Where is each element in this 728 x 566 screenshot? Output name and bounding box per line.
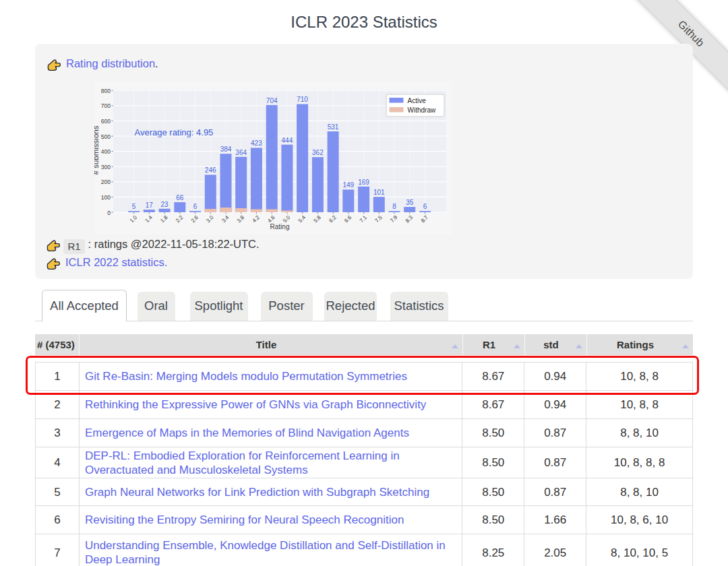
svg-text:362: 362 bbox=[312, 149, 324, 156]
svg-text:Withdraw: Withdraw bbox=[408, 106, 436, 114]
svg-text:200: 200 bbox=[101, 179, 111, 185]
svg-text:5: 5 bbox=[132, 203, 136, 210]
svg-text:500: 500 bbox=[101, 133, 111, 140]
svg-text:710: 710 bbox=[297, 96, 308, 103]
svg-text:Rating: Rating bbox=[270, 223, 290, 230]
svg-text:704: 704 bbox=[266, 97, 278, 104]
svg-text:6: 6 bbox=[423, 203, 427, 210]
svg-text:35: 35 bbox=[406, 199, 414, 206]
svg-text:800: 800 bbox=[101, 88, 111, 94]
svg-text:0: 0 bbox=[107, 210, 111, 216]
svg-text:444: 444 bbox=[282, 137, 293, 144]
svg-text:Average rating: 4.95: Average rating: 4.95 bbox=[135, 127, 214, 137]
svg-text:23: 23 bbox=[161, 201, 169, 208]
svg-text:# submissions: # submissions bbox=[94, 125, 100, 175]
svg-text:8: 8 bbox=[392, 203, 396, 210]
svg-text:149: 149 bbox=[342, 181, 354, 189]
svg-text:6: 6 bbox=[193, 203, 198, 210]
svg-text:246: 246 bbox=[205, 166, 216, 174]
svg-text:300: 300 bbox=[101, 164, 111, 170]
svg-text:423: 423 bbox=[251, 139, 262, 147]
svg-text:66: 66 bbox=[176, 194, 184, 201]
svg-text:700: 700 bbox=[101, 102, 111, 109]
svg-text:17: 17 bbox=[146, 201, 154, 209]
svg-text:531: 531 bbox=[328, 123, 339, 131]
svg-text:364: 364 bbox=[235, 149, 247, 156]
svg-text:101: 101 bbox=[373, 189, 385, 196]
svg-text:Active: Active bbox=[408, 97, 427, 104]
svg-text:384: 384 bbox=[220, 146, 232, 153]
svg-text:100: 100 bbox=[101, 194, 111, 201]
svg-text:400: 400 bbox=[101, 148, 111, 155]
svg-text:169: 169 bbox=[358, 179, 369, 186]
svg-text:600: 600 bbox=[101, 118, 111, 125]
